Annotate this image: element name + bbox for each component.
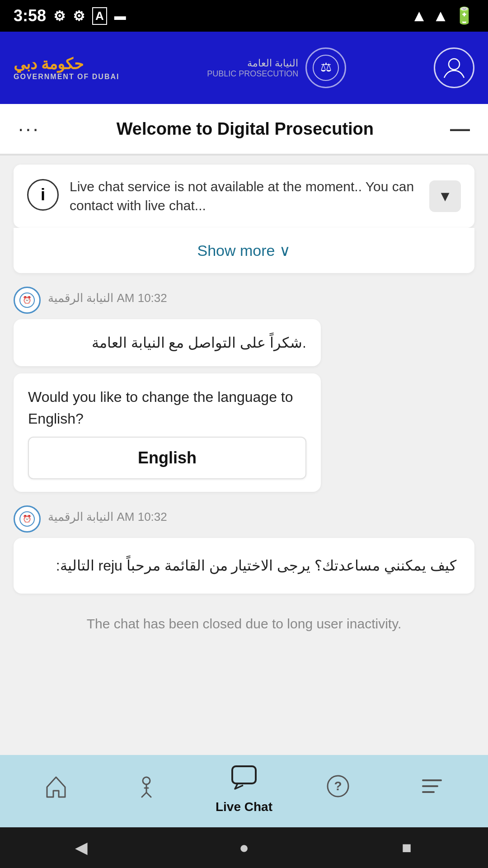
svg-text:⏰: ⏰	[23, 296, 32, 304]
prosecution-arabic: النيابة العامة	[207, 57, 298, 69]
prosecution-logo: ⚖	[305, 47, 346, 88]
arabic-text-1: .شكراً على التواصل مع النيابة العامة	[28, 332, 306, 354]
services-icon	[138, 774, 162, 803]
info-icon: i	[27, 179, 59, 211]
user-avatar[interactable]	[434, 47, 474, 88]
message-meta-1: AM 10:32 النيابة الرقمية	[48, 291, 167, 305]
menu-icon	[420, 774, 444, 803]
menu-dots[interactable]: ···	[18, 118, 40, 140]
svg-text:?: ?	[334, 779, 342, 793]
show-more-container: Show more ∨	[14, 228, 474, 273]
show-more-button[interactable]: Show more ∨	[197, 241, 291, 259]
chat-title: Welcome to Digital Prosecution	[117, 119, 374, 139]
svg-text:⚖: ⚖	[320, 60, 332, 74]
status-bar: 3:58 ⚙ ⚙ A ▬ ▲ ▲ 🔋	[0, 0, 488, 32]
info-chevron-button[interactable]: ▼	[429, 180, 461, 212]
svg-point-7	[143, 777, 150, 784]
settings2-icon: ⚙	[73, 8, 85, 24]
bot-avatar-2: ⏰	[14, 505, 41, 533]
nav-item-help[interactable]: ?	[306, 774, 370, 803]
app-header: حكومة دبي GOVERNMENT OF DUBAI النيابة ال…	[0, 32, 488, 104]
message-group-1: ⏰ AM 10:32 النيابة الرقمية .شكراً على ال…	[14, 287, 474, 492]
nav-item-livechat[interactable]: Live Chat	[212, 764, 276, 814]
status-left: 3:58 ⚙ ⚙ A ▬	[14, 6, 126, 25]
prosecution-english: PUBLIC PROSECUTION	[207, 69, 298, 79]
sim-icon: ▬	[114, 9, 126, 23]
chat-closed-notice: The chat has been closed due to long use…	[14, 607, 474, 641]
chat-container: i Live chat service is not available at …	[0, 156, 488, 755]
info-banner: i Live chat service is not available at …	[14, 165, 474, 228]
android-nav: ◀ ● ■	[0, 827, 488, 868]
messages-area: ⏰ AM 10:32 النيابة الرقمية .شكراً على ال…	[0, 273, 488, 650]
info-banner-text: Live chat service is not available at th…	[70, 177, 418, 215]
bot-avatar: ⏰	[14, 287, 41, 314]
english-button[interactable]: English	[28, 437, 306, 479]
nav-item-menu[interactable]	[400, 774, 464, 803]
nav-item-services[interactable]	[118, 774, 182, 803]
signal-icon: ▲	[432, 6, 449, 25]
nav-item-home[interactable]	[24, 774, 88, 803]
chat-topbar: ··· Welcome to Digital Prosecution —	[0, 104, 488, 155]
svg-text:⏰: ⏰	[23, 514, 32, 523]
home-icon	[44, 774, 68, 803]
back-button[interactable]: ◀	[70, 836, 93, 859]
help-icon: ?	[326, 774, 350, 803]
minimize-button[interactable]: —	[450, 118, 470, 140]
chevron-down-icon: ∨	[279, 241, 291, 259]
settings1-icon: ⚙	[53, 8, 66, 24]
prosecution-header: النيابة العامة PUBLIC PROSECUTION ⚖	[207, 47, 346, 88]
bubble-language-1: Would you like to change the language to…	[14, 373, 321, 492]
dubai-gov-logo: حكومة دبي GOVERNMENT OF DUBAI	[14, 55, 119, 81]
chat-icon	[230, 764, 258, 796]
status-right: ▲ ▲ 🔋	[411, 6, 474, 25]
bottom-nav: Live Chat ?	[0, 755, 488, 827]
battery-icon: 🔋	[454, 6, 474, 25]
dubai-english-text: GOVERNMENT OF DUBAI	[14, 73, 119, 81]
language-question: Would you like to change the language to…	[28, 386, 306, 429]
status-time: 3:58	[14, 6, 46, 25]
bubble-arabic-2: كيف يمكنني مساعدتك؟ يرجى الاختيار من الق…	[14, 538, 474, 594]
home-button[interactable]: ●	[233, 836, 255, 859]
wifi-icon: ▲	[411, 6, 427, 25]
bubble-arabic-1: .شكراً على التواصل مع النيابة العامة	[14, 319, 321, 366]
message-group-2: ⏰ AM 10:32 النيابة الرقمية كيف يمكنني مس…	[14, 505, 474, 594]
font-icon: A	[92, 7, 107, 25]
message-meta-2: AM 10:32 النيابة الرقمية	[48, 510, 167, 524]
recents-button[interactable]: ■	[395, 836, 418, 859]
svg-point-2	[449, 59, 460, 70]
dubai-arabic-text: حكومة دبي	[14, 55, 84, 73]
svg-rect-9	[232, 766, 256, 783]
livechat-label: Live Chat	[216, 800, 272, 814]
